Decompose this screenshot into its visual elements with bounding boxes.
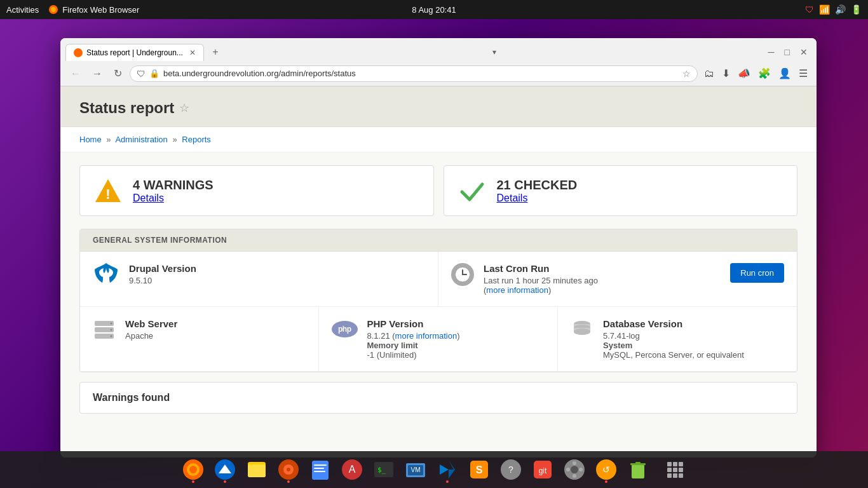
webserver-cell: Web Server Apache <box>80 307 319 372</box>
cron-content: Last Cron Run Last run 1 hour 25 minutes… <box>484 263 598 295</box>
forward-button[interactable]: → <box>88 65 106 82</box>
page-title: Status report <box>79 99 174 117</box>
dock-appstore[interactable]: A <box>338 456 366 484</box>
menu-button[interactable]: ☰ <box>796 65 810 82</box>
svg-rect-30 <box>314 471 325 472</box>
check-icon <box>458 177 486 205</box>
maximize-button[interactable]: □ <box>781 44 794 60</box>
php-more-link[interactable]: more information <box>395 331 458 341</box>
breadcrumb: Home » Administration » Reports <box>60 127 817 152</box>
dock-apps-grid[interactable] <box>661 456 689 484</box>
svg-text:VM: VM <box>411 466 421 473</box>
breadcrumb-reports[interactable]: Reports <box>182 135 211 144</box>
webserver-title: Web Server <box>125 318 177 329</box>
bookmark-star-icon[interactable]: ☆ <box>682 69 691 79</box>
checked-card-text: 21 CHECKED Details <box>497 178 578 204</box>
checked-details-link[interactable]: Details <box>497 193 528 203</box>
svg-point-12 <box>111 329 112 331</box>
svg-marker-39 <box>449 461 455 478</box>
megaphone-button[interactable]: 📣 <box>735 65 753 82</box>
drupal-title: Drupal Version <box>129 263 196 274</box>
status-cards: ! 4 WARNINGS Details <box>79 165 797 216</box>
dock-thunderbird[interactable] <box>211 456 239 484</box>
svg-point-49 <box>573 474 576 478</box>
cron-description: Last run 1 hour 25 minutes ago <box>484 276 598 285</box>
bookmark-page-icon[interactable]: ☆ <box>179 101 189 115</box>
minimize-button[interactable]: ─ <box>764 44 778 60</box>
svg-point-48 <box>573 461 576 465</box>
browser-actions: 🗂 ⬇ 📣 🧩 👤 ☰ <box>702 65 810 82</box>
dock-vscode[interactable] <box>433 456 461 484</box>
svg-rect-59 <box>679 462 683 466</box>
dock-firefox[interactable] <box>179 456 207 484</box>
taskbar-browser-item[interactable]: Firefox Web Browser <box>48 4 139 15</box>
warnings-found-section: Warnings found <box>79 382 797 414</box>
address-bar-input[interactable] <box>163 69 679 78</box>
dock-notes[interactable] <box>306 456 334 484</box>
tab-list-button[interactable]: ▾ <box>487 45 501 59</box>
warning-icon-wrap: ! <box>93 175 123 206</box>
db-system-value: MySQL, Percona Server, or equivalent <box>603 350 744 360</box>
breadcrumb-sep-1: » <box>106 135 111 144</box>
address-bar-container[interactable]: 🛡 🔒 ☆ <box>130 65 698 82</box>
taskbar-shields-icon: 🛡 <box>805 4 814 15</box>
cron-cell: Last Cron Run Last run 1 hour 25 minutes… <box>438 252 797 307</box>
webserver-content: Web Server Apache <box>125 318 177 341</box>
profile-button[interactable]: 👤 <box>776 65 794 82</box>
warnings-card: ! 4 WARNINGS Details <box>79 165 434 216</box>
svg-text:↺: ↺ <box>602 464 610 475</box>
dock-updates[interactable]: ↺ <box>592 456 620 484</box>
cron-title: Last Cron Run <box>484 263 598 274</box>
breadcrumb-home[interactable]: Home <box>79 135 102 144</box>
dock-thunderbird-dot <box>224 480 226 483</box>
extensions-button[interactable]: 🧩 <box>756 65 773 82</box>
svg-text:!: ! <box>105 186 110 202</box>
browser-toolbar: ← → ↻ 🛡 🔒 ☆ 🗂 ⬇ 📣 🧩 👤 ☰ <box>60 61 817 86</box>
active-tab[interactable]: Status report | Undergroun... ✕ <box>65 44 204 61</box>
pocket-button[interactable]: 🗂 <box>702 65 717 82</box>
dock-terminal[interactable]: $_ <box>370 456 398 484</box>
taskbar-datetime: 8 Aug 20:41 <box>412 5 456 15</box>
dock-vm[interactable]: VM <box>402 456 430 484</box>
section-header: GENERAL SYSTEM INFORMATION <box>80 229 797 252</box>
svg-marker-38 <box>440 464 449 475</box>
breadcrumb-admin[interactable]: Administration <box>115 135 167 144</box>
close-button[interactable]: ✕ <box>796 44 811 60</box>
warning-triangle-icon: ! <box>94 177 122 205</box>
dock-files[interactable] <box>243 456 271 484</box>
dock-app1[interactable]: ? <box>497 456 525 484</box>
database-title: Database Version <box>603 318 744 329</box>
tab-close-button[interactable]: ✕ <box>189 48 196 57</box>
svg-rect-60 <box>667 468 672 472</box>
php-cell: php PHP Version 8.1.21 (more information… <box>319 307 558 372</box>
lock-icon: 🔒 <box>149 69 159 78</box>
dock-git[interactable]: git <box>529 456 557 484</box>
svg-rect-23 <box>248 464 266 477</box>
new-tab-button[interactable]: + <box>207 43 224 61</box>
webserver-value: Apache <box>125 331 177 341</box>
main-area: ! 4 WARNINGS Details <box>60 152 817 426</box>
taskbar-wifi-icon: 📶 <box>819 4 830 15</box>
activities-label[interactable]: Activities <box>6 5 39 15</box>
reload-button[interactable]: ↻ <box>110 65 126 82</box>
check-icon-wrap <box>457 175 487 206</box>
cron-more-link[interactable]: more information <box>486 285 548 295</box>
drupal-icon <box>93 263 119 290</box>
dock-sublime[interactable]: S <box>465 456 493 484</box>
php-title: PHP Version <box>367 318 460 329</box>
taskbar-battery-icon: 🔋 <box>851 4 862 15</box>
svg-rect-58 <box>673 462 677 466</box>
browser-window: Status report | Undergroun... ✕ + ▾ ─ □ … <box>60 38 817 458</box>
checked-count: 21 CHECKED <box>497 178 578 193</box>
run-cron-button[interactable]: Run cron <box>730 263 784 283</box>
dock-music[interactable] <box>275 456 302 484</box>
back-button[interactable]: ← <box>67 65 85 82</box>
warnings-found-title: Warnings found <box>93 392 784 403</box>
breadcrumb-sep-2: » <box>172 135 177 144</box>
database-icon <box>571 318 593 341</box>
dock-trash[interactable] <box>624 456 652 484</box>
warnings-details-link[interactable]: Details <box>133 193 164 203</box>
download-button[interactable]: ⬇ <box>719 65 733 82</box>
svg-text:$_: $_ <box>377 466 386 474</box>
dock-settings[interactable] <box>560 456 588 484</box>
